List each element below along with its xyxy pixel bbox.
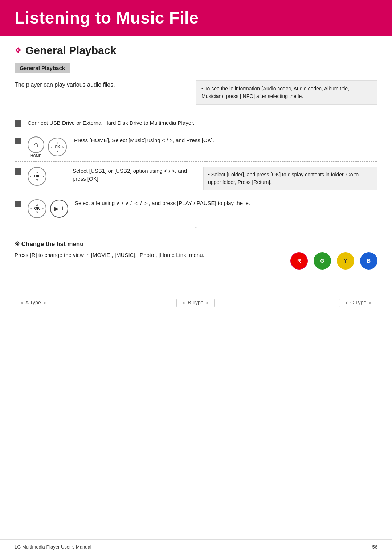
arrow-up-icon: ∧ [36, 203, 38, 206]
arrow-down-icon: ∨ [36, 178, 38, 182]
step-two-col: ∧ ＜ OK ＞ ∨ Select [USB1] or [USB2] optio… [28, 167, 377, 190]
home-circle-icon: ⌂ [28, 136, 44, 153]
subsection-label: General Playback [15, 63, 70, 73]
b-type-nav[interactable]: ＜ B Type ＞ [176, 299, 215, 307]
change-list-section: ※ Change the list menu Press [R] to chan… [15, 240, 377, 270]
green-button: G [314, 252, 331, 270]
step-row: ⌂ HOME ∧ ＜ OK ＞ ∨ Press [HOME], Select [… [15, 131, 377, 161]
step-indicator [15, 120, 21, 127]
arrow-right-icon: ＞ [41, 174, 45, 178]
ok-label: OK [55, 145, 60, 149]
step-icons: ⌂ HOME ∧ ＜ OK ＞ ∨ [28, 136, 68, 158]
arrow-down-icon: ∨ [36, 210, 38, 214]
page-footer: LG Multimedia Player User s Manual 56 [0, 539, 392, 554]
step-row: ∧ ＜ OK ＞ ∨ Select [USB1] or [USB2] optio… [15, 161, 377, 194]
step-icons: ∧ ＜ OK ＞ ∨ ▶⏸ [28, 199, 68, 218]
step-icons: ∧ ＜ OK ＞ ∨ [28, 167, 68, 186]
play-pause-symbol: ▶⏸ [54, 205, 64, 212]
ok-label: OK [34, 206, 40, 210]
home-label: HOME [30, 154, 41, 158]
step-row: Connect USB Drive or External Hard Disk … [15, 114, 377, 131]
arrow-up-icon: ∧ [36, 171, 38, 174]
color-buttons: R G Y B [290, 252, 377, 270]
intro-text-left: The player can play various audio files. [15, 80, 185, 105]
ok-label: OK [34, 174, 40, 178]
step-indicator [15, 201, 21, 207]
steps-container: Connect USB Drive or External Hard Disk … [15, 114, 377, 222]
change-list-row: Press [R] to change the view in [MOVIE],… [15, 251, 377, 270]
diamond-icon: ❖ [15, 46, 22, 55]
step-note: • Select [Folder], and press [OK] to dis… [203, 167, 377, 190]
header-banner: Listening to Music File [0, 0, 392, 36]
bottom-nav: ＜ A Type ＞ ＜ B Type ＞ ＜ C Type ＞ [0, 291, 392, 315]
change-list-text: Press [R] to change the view in [MOVIE],… [15, 251, 279, 259]
step-text: Select a le using ∧ / ∨ / ＜ / ＞, and pre… [75, 199, 377, 208]
play-pause-icon: ▶⏸ [50, 200, 68, 218]
intro-text-right: • To see the le information (Audio codec… [196, 80, 377, 105]
a-type-nav[interactable]: ＜ A Type ＞ [15, 299, 52, 307]
step-row: ∧ ＜ OK ＞ ∨ ▶⏸ Select a le using ∧ / ∨ / … [15, 194, 377, 222]
ok-button-icon: ∧ ＜ OK ＞ ∨ [28, 199, 46, 218]
page-indicator: ○ [15, 225, 377, 229]
blue-button: B [360, 252, 377, 270]
step-indicator [15, 138, 21, 144]
footer-page-number: 56 [372, 544, 377, 550]
step-text: Press [HOME], Select [Music] using < / >… [74, 136, 377, 145]
page-title: Listening to Music File [15, 8, 377, 28]
arrow-down-icon: ∨ [56, 149, 59, 153]
ok-button-icon: ∧ ＜ OK ＞ ∨ [28, 167, 46, 186]
yellow-button: Y [337, 252, 354, 270]
c-type-nav[interactable]: ＜ C Type ＞ [339, 299, 377, 307]
arrow-up-icon: ∧ [56, 141, 59, 145]
home-button-icon: ⌂ HOME [28, 136, 44, 158]
red-button: R [290, 252, 308, 270]
arrow-left-icon: ＜ [29, 174, 33, 178]
intro-row: The player can play various audio files.… [15, 80, 377, 105]
section-title: General Playback [25, 44, 116, 57]
ok-button-icon: ∧ ＜ OK ＞ ∨ [48, 138, 67, 156]
change-list-heading: ※ Change the list menu [15, 240, 377, 248]
arrow-left-icon: ＜ [29, 206, 33, 211]
step-indicator [15, 168, 21, 175]
step-left: ∧ ＜ OK ＞ ∨ Select [USB1] or [USB2] optio… [28, 167, 192, 190]
step-text: Connect USB Drive or External Hard Disk … [28, 119, 377, 127]
footer-left: LG Multimedia Player User s Manual [15, 544, 91, 550]
step-text: Select [USB1] or [USB2] option using < /… [73, 167, 192, 183]
arrow-right-icon: ＞ [41, 206, 45, 211]
arrow-right-icon: ＞ [62, 145, 65, 149]
arrow-left-icon: ＜ [50, 145, 53, 149]
section-heading: ❖ General Playback [15, 44, 377, 57]
